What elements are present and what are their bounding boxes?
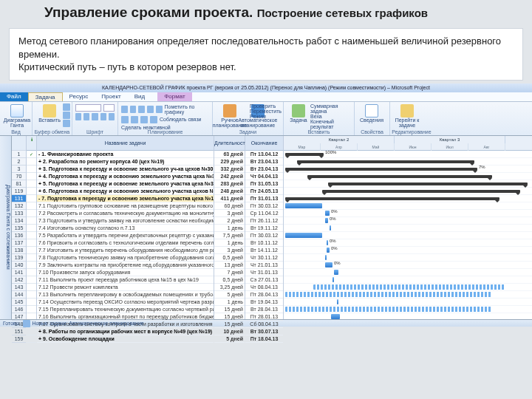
pct100-icon[interactable]	[156, 106, 163, 113]
task-bar[interactable]	[330, 225, 331, 231]
move-button[interactable]: Переместить	[250, 109, 282, 114]
gantt-row[interactable]: 0%	[284, 217, 532, 225]
gantt-row[interactable]	[284, 188, 532, 195]
indicator-header[interactable]: ℹ	[27, 136, 36, 151]
task-bar[interactable]	[285, 203, 322, 208]
gantt-row[interactable]	[284, 299, 532, 306]
tab-project[interactable]: Проект	[95, 92, 127, 101]
pct0-icon[interactable]	[121, 106, 128, 113]
finish-cell[interactable]: Чт 31.01.13	[245, 269, 283, 276]
task-name-cell[interactable]: 7.15 Перепланировать техническую докумен…	[37, 306, 214, 313]
row-id[interactable]: 144	[12, 291, 26, 299]
split-bar[interactable]	[285, 307, 492, 312]
task-bar[interactable]	[327, 248, 330, 253]
fill-color-icon[interactable]	[100, 113, 106, 120]
tab-view[interactable]: Вид	[128, 92, 151, 101]
gantt-row[interactable]	[284, 225, 532, 232]
id-header[interactable]	[12, 136, 26, 151]
row-id[interactable]: 145	[12, 299, 26, 306]
task-name-cell[interactable]: 7.12 Провести ремонт комплекта	[37, 284, 214, 291]
tab-format[interactable]: Формат	[157, 92, 191, 101]
duration-cell[interactable]: 3 дней	[214, 247, 245, 254]
task-name-cell[interactable]: + 2. Разработка по ремонту корпуса 40 (ц…	[37, 158, 214, 166]
row-id[interactable]: 131	[12, 195, 26, 202]
duration-cell[interactable]: 248 дней	[214, 188, 245, 195]
task-bar[interactable]	[325, 218, 328, 223]
duration-cell[interactable]: 1 день	[214, 239, 245, 247]
finish-cell[interactable]: Чт 08.04.13	[245, 284, 283, 291]
duration-header[interactable]: Длительность	[214, 136, 245, 151]
unlink-icon[interactable]	[150, 116, 157, 123]
summary-bar[interactable]	[322, 190, 520, 193]
summary-bar[interactable]	[285, 168, 477, 171]
task-name-cell[interactable]: 7.8 Подготовить техническую заявку на пр…	[37, 254, 214, 262]
task-name-cell[interactable]: 7.6 Присвоить и согласовать с технологич…	[37, 239, 214, 247]
gantt-row[interactable]	[284, 180, 532, 188]
duration-cell[interactable]: 15 дней	[214, 313, 245, 321]
name-header[interactable]: Название задачи	[37, 136, 214, 151]
mark-on-track[interactable]: Пометить по графику	[165, 104, 210, 115]
row-id[interactable]: 137	[12, 239, 26, 247]
task-name-cell[interactable]: 7.14 Осуществить переезд ОКСИО согласно …	[37, 299, 214, 306]
finish-cell[interactable]: Пт 18.04.13	[245, 335, 283, 343]
task-name-cell[interactable]: 7.3 Подготовить и утвердить заявку на из…	[37, 217, 214, 225]
task-bar[interactable]	[337, 299, 338, 304]
finish-cell[interactable]: Пт 24.05.13	[245, 188, 283, 195]
summary-bar[interactable]	[285, 153, 324, 156]
finish-cell[interactable]: Пт 28.04.13	[245, 291, 283, 299]
gantt-row[interactable]	[284, 276, 532, 284]
duration-cell[interactable]: 0,5 дней	[214, 254, 245, 262]
task-name-cell[interactable]: 7.2 Рассмотреть и согласовать техническу…	[37, 210, 214, 217]
duration-cell[interactable]: 3 дней	[214, 210, 245, 217]
gantt-view-button[interactable]: Диаграмма Ганта	[3, 103, 31, 128]
finish-cell[interactable]: Пт 13.04.12	[245, 151, 283, 158]
tab-file[interactable]: Файл	[0, 92, 28, 101]
finish-cell[interactable]: Чт 21.01.13	[245, 262, 283, 269]
indent-icon[interactable]	[131, 116, 138, 123]
outdent-icon[interactable]	[121, 116, 129, 123]
task-name-cell[interactable]: 7.4 Изготовить оснастку согласно п.7.13	[37, 225, 214, 232]
duration-cell[interactable]: 229 дней	[214, 158, 245, 166]
gantt-row[interactable]: 0%	[284, 239, 532, 247]
gantt-row[interactable]: 7%	[284, 166, 532, 173]
tab-task[interactable]: Задача	[28, 92, 63, 101]
task-name-cell[interactable]: + 3. Подготовка к переезду и освоение зе…	[37, 166, 214, 173]
task-bar[interactable]	[332, 277, 334, 282]
pct50-icon[interactable]	[138, 106, 145, 113]
paste-button[interactable]: Вставить	[35, 103, 64, 123]
gantt-row[interactable]	[284, 284, 532, 291]
finish-cell[interactable]: Вт 14.11.12	[245, 247, 283, 254]
finish-cell[interactable]: Вт 23.04.13	[245, 158, 283, 166]
scroll-to-task-button[interactable]: Перейти к задаче	[393, 103, 421, 128]
summary-bar[interactable]	[307, 175, 492, 178]
row-id[interactable]: 132	[12, 202, 26, 210]
duration-cell[interactable]: 1 день	[214, 299, 245, 306]
finish-cell[interactable]: Чт 30.11.12	[245, 254, 283, 262]
task-name-cell[interactable]: + 4. Подготовка к переезду и освоению зе…	[37, 173, 214, 180]
duration-cell[interactable]: 5 дней	[214, 335, 245, 343]
italic-icon[interactable]	[83, 113, 89, 120]
font-color-icon[interactable]	[109, 113, 115, 120]
finish-cell[interactable]: Пт 28.01.13	[245, 313, 283, 321]
row-id[interactable]: 119	[12, 188, 26, 195]
gantt-row[interactable]	[284, 313, 532, 319]
duration-cell[interactable]: 1 день	[214, 225, 245, 232]
duration-cell[interactable]: 7 дней	[214, 269, 245, 276]
task-bar[interactable]	[285, 233, 322, 238]
gantt-row[interactable]: 0%	[284, 247, 532, 254]
row-id[interactable]: 143	[12, 284, 26, 291]
finish-cell[interactable]: Вт 28.04.13	[245, 306, 283, 313]
font-select[interactable]	[75, 103, 115, 112]
duration-cell[interactable]: 5 дней	[214, 291, 245, 299]
row-id[interactable]: 151	[12, 328, 26, 335]
task-name-cell[interactable]: 7.5 Разработать и утвердить перечни дефе…	[37, 232, 214, 239]
pct75-icon[interactable]	[147, 106, 154, 113]
duration-cell[interactable]: 2 дней	[214, 217, 245, 225]
task-name-cell[interactable]: + 5. Подготовка к переезду и освоение зе…	[37, 180, 214, 188]
finish-cell[interactable]: Сб 08.04.13	[245, 321, 283, 328]
finish-cell[interactable]: Вт 10.11.12	[245, 239, 283, 247]
brush-icon[interactable]	[63, 120, 70, 127]
gantt-row[interactable]	[284, 291, 532, 299]
finish-cell[interactable]: Пт 30.03.12	[245, 232, 283, 239]
finish-header[interactable]: Окончание	[245, 136, 283, 151]
